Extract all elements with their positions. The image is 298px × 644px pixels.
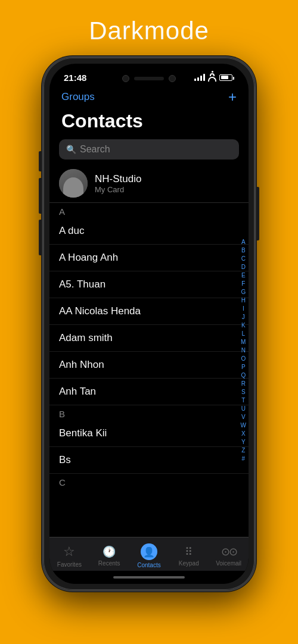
alpha-s[interactable]: S <box>240 388 247 396</box>
contact-name: Anh Nhon <box>59 359 104 370</box>
phone-frame: 21:48 <box>42 56 256 592</box>
tab-bar: ☆ Favorites 🕐 Recents 👤 Contacts ⠿ Keypa… <box>49 537 249 571</box>
contact-name: Adam smith <box>59 332 113 343</box>
alphabet-index[interactable]: A B C D E F G H I J K L M N O P Q <box>240 164 247 537</box>
list-item[interactable]: AA Nicolas Henda <box>49 298 249 325</box>
alpha-p[interactable]: P <box>240 363 247 371</box>
phone-shell: 21:48 <box>42 56 256 592</box>
section-header-b: B <box>49 405 249 420</box>
search-input[interactable]: Search <box>80 144 110 155</box>
contact-name: A5. Thuan <box>59 279 105 290</box>
alpha-g[interactable]: G <box>240 288 247 296</box>
alpha-u[interactable]: U <box>240 405 247 413</box>
alpha-e[interactable]: E <box>240 271 247 280</box>
add-contact-button[interactable]: + <box>228 89 237 105</box>
my-card-label: My Card <box>95 185 141 194</box>
alpha-m[interactable]: M <box>240 338 247 346</box>
volume-down-button <box>39 220 41 255</box>
alpha-b[interactable]: B <box>240 246 247 255</box>
tab-keypad-label: Keypad <box>179 560 199 567</box>
alpha-t[interactable]: T <box>240 396 246 405</box>
tab-voicemail-label: Voicemail <box>216 560 241 567</box>
alpha-w[interactable]: W <box>240 421 247 430</box>
contacts-icon: 👤 <box>143 546 155 558</box>
favorites-icon: ☆ <box>63 544 75 559</box>
screen: 21:48 <box>49 64 249 584</box>
alpha-d[interactable]: D <box>240 263 247 271</box>
alpha-h[interactable]: H <box>240 296 247 305</box>
avatar-image <box>59 169 88 198</box>
recents-icon: 🕐 <box>103 545 116 558</box>
list-item[interactable]: Adam smith <box>49 325 249 352</box>
contact-list: NH-Studio My Card A A duc A Hoang Anh A5… <box>49 164 249 537</box>
alpha-v[interactable]: V <box>240 413 247 421</box>
page-title-label: Darkmode <box>89 17 209 45</box>
contact-name: Bentika Kii <box>59 427 107 439</box>
tab-voicemail[interactable]: ⊙⊙ Voicemail <box>209 545 249 567</box>
alpha-q[interactable]: Q <box>240 371 247 380</box>
contact-name: A duc <box>59 225 85 236</box>
battery-icon <box>219 74 234 81</box>
home-indicator <box>49 571 249 584</box>
nav-header: Groups + <box>49 87 249 109</box>
list-item[interactable]: Bs <box>49 447 249 474</box>
tab-recents[interactable]: 🕐 Recents <box>89 545 129 567</box>
alpha-a[interactable]: A <box>240 238 247 246</box>
contacts-heading: Contacts <box>61 110 237 132</box>
face-id-sensor <box>169 75 176 82</box>
keypad-icon: ⠿ <box>185 545 193 558</box>
alpha-hash[interactable]: # <box>240 455 246 463</box>
tab-favorites[interactable]: ☆ Favorites <box>49 544 89 568</box>
list-item[interactable]: A5. Thuan <box>49 271 249 298</box>
avatar <box>59 169 88 198</box>
list-item[interactable]: A Hoang Anh <box>49 245 249 271</box>
contact-name: Bs <box>59 454 71 465</box>
my-card-name: NH-Studio <box>95 173 141 185</box>
list-item[interactable]: Anh Nhon <box>49 352 249 379</box>
list-item[interactable]: Anh Tan <box>49 379 249 405</box>
alpha-n[interactable]: N <box>240 346 247 355</box>
my-card-info: NH-Studio My Card <box>95 173 141 194</box>
tab-contacts[interactable]: 👤 Contacts <box>129 543 169 568</box>
tab-recents-label: Recents <box>98 560 120 567</box>
signal-icon <box>194 74 205 81</box>
status-time: 21:48 <box>64 73 86 83</box>
power-button <box>257 187 259 240</box>
speaker <box>134 77 164 80</box>
contact-name: A Hoang Anh <box>59 252 118 263</box>
alpha-j[interactable]: J <box>241 313 246 321</box>
page-header: Contacts <box>49 109 249 137</box>
section-header-a: A <box>49 203 249 218</box>
alpha-c[interactable]: C <box>240 255 247 263</box>
my-card[interactable]: NH-Studio My Card <box>49 164 249 203</box>
contact-name: AA Nicolas Henda <box>59 305 141 317</box>
camera <box>122 75 129 82</box>
list-item[interactable]: A duc <box>49 218 249 245</box>
status-icons <box>194 72 234 83</box>
contacts-active-icon: 👤 <box>141 543 157 560</box>
contact-list-inner: NH-Studio My Card A A duc A Hoang Anh A5… <box>49 164 249 489</box>
alpha-o[interactable]: O <box>240 355 247 363</box>
tab-keypad[interactable]: ⠿ Keypad <box>169 545 209 567</box>
alpha-y[interactable]: Y <box>240 438 247 446</box>
alpha-r[interactable]: R <box>240 380 247 388</box>
tab-favorites-label: Favorites <box>57 561 82 568</box>
alpha-i[interactable]: I <box>241 305 246 313</box>
groups-button[interactable]: Groups <box>61 91 95 103</box>
list-item[interactable]: Bentika Kii <box>49 420 249 447</box>
volume-up-button <box>39 178 41 214</box>
home-bar <box>113 576 185 579</box>
notch <box>110 70 188 87</box>
search-bar[interactable]: 🔍 Search <box>59 139 239 160</box>
alpha-x[interactable]: X <box>240 430 247 438</box>
voicemail-icon: ⊙⊙ <box>221 545 237 558</box>
alpha-k[interactable]: K <box>240 321 247 330</box>
volume-silent-button <box>39 151 41 171</box>
alpha-z[interactable]: Z <box>240 446 246 455</box>
tab-contacts-label: Contacts <box>137 562 160 568</box>
alpha-l[interactable]: L <box>240 330 246 338</box>
search-icon: 🔍 <box>66 145 76 154</box>
alpha-f[interactable]: F <box>240 280 246 288</box>
wifi-icon <box>208 71 216 82</box>
section-header-c: C <box>49 474 249 489</box>
